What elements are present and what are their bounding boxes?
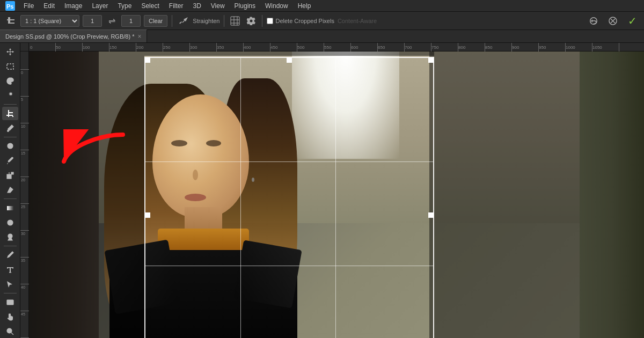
clone-stamp-tool[interactable] xyxy=(2,168,18,182)
commit-button[interactable]: ✓ xyxy=(625,13,640,28)
grid-line-h2 xyxy=(145,266,433,266)
svg-rect-16 xyxy=(7,300,13,305)
delete-cropped-group: Delete Cropped Pixels xyxy=(267,18,334,24)
svg-point-15 xyxy=(8,234,12,238)
crop-outside-left xyxy=(29,52,144,338)
right-action-icons: ✓ xyxy=(586,13,640,28)
text-tool[interactable] xyxy=(2,263,18,276)
grid-line-h1 xyxy=(145,161,433,162)
svg-point-11 xyxy=(7,130,9,132)
menu-select[interactable]: Select xyxy=(137,1,163,11)
tab-close-button[interactable]: × xyxy=(137,33,141,40)
crop-grid xyxy=(145,58,433,338)
tool-separator-5 xyxy=(4,293,17,293)
tool-separator-4 xyxy=(4,246,17,246)
svg-rect-2 xyxy=(231,17,239,25)
content-aware-label: Content-Aware xyxy=(338,18,377,24)
shape-tool[interactable] xyxy=(2,296,18,309)
blur-tool[interactable] xyxy=(2,216,18,229)
hand-tool[interactable] xyxy=(2,310,18,324)
ruler-vertical: -5 0 5 10 15 20 25 30 35 40 45 xyxy=(20,43,29,338)
menu-file[interactable]: File xyxy=(19,1,38,11)
crop-overlay[interactable] xyxy=(144,57,434,338)
crop-handle-top-middle[interactable] xyxy=(287,57,292,63)
left-toolbar xyxy=(0,43,20,338)
canvas-area[interactable]: 0 50 100 150 200 250 300 350 400 450 500… xyxy=(20,43,644,338)
spot-healing-tool[interactable] xyxy=(2,139,18,153)
svg-rect-13 xyxy=(7,206,13,210)
separator-3 xyxy=(262,15,262,27)
main-area: 0 50 100 150 200 250 300 350 400 450 500… xyxy=(0,43,644,338)
delete-cropped-label[interactable]: Delete Cropped Pixels xyxy=(275,18,334,24)
menu-type[interactable]: Type xyxy=(113,1,136,11)
document-tab[interactable]: Design SS.psd @ 100% (Crop Preview, RGB/… xyxy=(0,30,147,42)
menu-3d[interactable]: 3D xyxy=(188,1,205,11)
menu-filter[interactable]: Filter xyxy=(165,1,188,11)
menu-window[interactable]: Window xyxy=(261,1,292,11)
grid-line-v1 xyxy=(240,58,241,338)
eyedropper-tool[interactable] xyxy=(2,121,18,135)
crop-tool[interactable] xyxy=(2,107,18,120)
menu-help[interactable]: Help xyxy=(294,1,316,11)
crop-handle-right-middle[interactable] xyxy=(428,212,434,218)
ratio-select[interactable]: Ratio 1 : 1 (Square) xyxy=(20,15,79,27)
menu-plugins[interactable]: Plugins xyxy=(230,1,260,11)
menu-layer[interactable]: Layer xyxy=(87,1,112,11)
menu-view[interactable]: View xyxy=(207,1,229,11)
separator-1 xyxy=(172,15,172,27)
tool-separator-3 xyxy=(4,199,17,199)
clear-button[interactable]: Clear xyxy=(144,15,167,27)
separator-2 xyxy=(224,15,224,27)
menu-bar: Ps File Edit Image Layer Type Select Fil… xyxy=(0,0,644,12)
cancel-button[interactable] xyxy=(605,13,620,28)
canvas-photo xyxy=(29,52,644,338)
straighten-icon xyxy=(177,14,189,27)
magic-wand-tool[interactable] xyxy=(2,89,18,102)
tool-separator-2 xyxy=(4,137,17,137)
crop-handle-left-middle[interactable] xyxy=(145,212,150,218)
reset-button[interactable] xyxy=(586,13,601,28)
grid-overlay-icon[interactable] xyxy=(229,14,241,27)
zoom-tool[interactable] xyxy=(2,325,18,338)
crop-handle-top-right[interactable] xyxy=(428,57,434,63)
lasso-tool[interactable] xyxy=(2,74,18,87)
rectangular-marquee-tool[interactable] xyxy=(2,60,18,73)
move-tool[interactable] xyxy=(2,45,18,58)
pen-tool[interactable] xyxy=(2,248,18,262)
crop-outside-top xyxy=(144,52,434,56)
settings-icon[interactable] xyxy=(245,14,258,27)
tool-separator-1 xyxy=(4,104,17,105)
eraser-tool[interactable] xyxy=(2,183,18,196)
grid-line-v2 xyxy=(335,58,336,338)
gradient-tool[interactable] xyxy=(2,201,18,215)
crop-outside-right xyxy=(429,52,644,338)
height-input[interactable] xyxy=(121,15,141,27)
path-selection-tool[interactable] xyxy=(2,277,18,291)
crop-handle-top-left[interactable] xyxy=(145,57,150,63)
ps-logo: Ps xyxy=(4,0,16,12)
straighten-label: Straighten xyxy=(193,18,219,24)
crop-tool-indicator-icon xyxy=(4,14,17,27)
svg-text:Ps: Ps xyxy=(6,3,13,10)
tab-title: Design SS.psd @ 100% (Crop Preview, RGB/… xyxy=(5,33,134,40)
ruler-horizontal: 0 50 100 150 200 250 300 350 400 450 500… xyxy=(29,43,644,52)
svg-rect-10 xyxy=(7,64,13,69)
swap-icon[interactable]: ⇌ xyxy=(105,14,118,27)
menu-edit[interactable]: Edit xyxy=(39,1,59,11)
width-input[interactable] xyxy=(83,15,102,27)
tab-bar: Design SS.psd @ 100% (Crop Preview, RGB/… xyxy=(0,30,644,43)
ruler-corner xyxy=(20,43,29,52)
brush-tool[interactable] xyxy=(2,154,18,167)
dodge-tool[interactable] xyxy=(2,230,18,244)
options-bar: Ratio 1 : 1 (Square) ⇌ Clear Straighten xyxy=(0,12,644,30)
menu-image[interactable]: Image xyxy=(60,1,86,11)
delete-cropped-checkbox[interactable] xyxy=(267,18,273,24)
